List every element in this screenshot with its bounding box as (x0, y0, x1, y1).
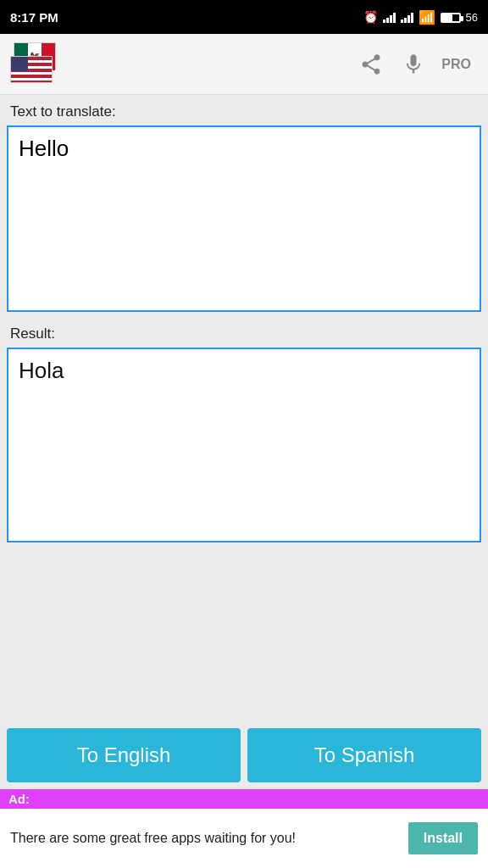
status-time: 8:17 PM (10, 10, 58, 25)
ad-label: Ad: (8, 792, 30, 806)
button-row: To English To Spanish (0, 721, 488, 789)
mic-icon (402, 53, 425, 76)
us-flag (10, 56, 53, 83)
alarm-icon: ⏰ (363, 10, 378, 24)
result-text: Hola (19, 358, 64, 383)
to-spanish-button[interactable]: To Spanish (247, 728, 481, 782)
battery-level: 56 (466, 11, 478, 24)
to-english-button[interactable]: To English (7, 728, 241, 782)
ad-bar: Ad: (0, 789, 488, 809)
main-content: Text to translate: Hello Result: Hola (0, 95, 488, 721)
share-button[interactable] (350, 43, 392, 86)
ad-content: There are some great free apps waiting f… (0, 809, 488, 868)
toolbar: 🦅 PRO (0, 34, 488, 95)
input-label: Text to translate: (0, 95, 488, 125)
install-button[interactable]: Install (408, 822, 478, 854)
status-bar: 8:17 PM ⏰ 📶 56 (0, 0, 488, 34)
signal-icon-2 (401, 11, 413, 23)
battery-icon: 56 (441, 11, 478, 24)
translate-input[interactable]: Hello (7, 125, 481, 312)
share-icon (359, 53, 383, 76)
result-box: Hola (7, 348, 481, 542)
wifi-icon: 📶 (419, 9, 435, 25)
mic-button[interactable] (392, 43, 435, 86)
result-label: Result: (0, 317, 488, 348)
result-section: Result: Hola (0, 317, 488, 542)
ad-text: There are some great free apps waiting f… (10, 830, 398, 848)
status-icons: ⏰ 📶 56 (363, 9, 478, 25)
flag-container[interactable]: 🦅 (10, 42, 61, 86)
pro-button[interactable]: PRO (435, 57, 478, 72)
signal-icon-1 (383, 11, 396, 23)
